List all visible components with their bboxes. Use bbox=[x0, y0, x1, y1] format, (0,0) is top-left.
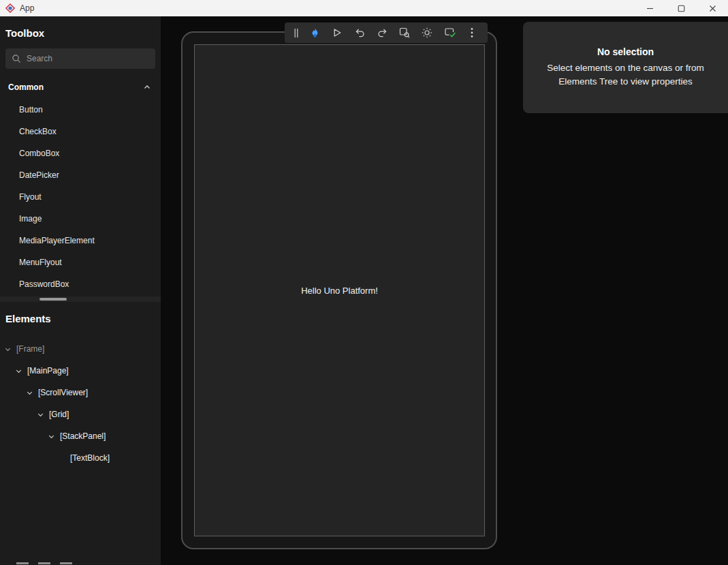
toolbox-item-image[interactable]: Image bbox=[0, 208, 161, 230]
minimize-button[interactable] bbox=[634, 0, 665, 16]
tree-node-mainpage[interactable]: [MainPage] bbox=[0, 360, 161, 382]
tree-node-label: [Grid] bbox=[49, 410, 69, 419]
chevron-down-icon[interactable] bbox=[37, 411, 44, 418]
device-screen[interactable]: Hello Uno Platform! bbox=[194, 44, 485, 536]
left-sidebar: Toolbox Common Button CheckBox ComboBox … bbox=[0, 16, 161, 565]
canvas-textblock[interactable]: Hello Uno Platform! bbox=[301, 286, 378, 296]
tree-node-label: [Frame] bbox=[16, 344, 44, 354]
tree-node-scrollviewer[interactable]: [ScrollViewer] bbox=[0, 382, 161, 403]
window-title: App bbox=[20, 3, 34, 13]
toolbox-item-mediaplayerelement[interactable]: MediaPlayerElement bbox=[0, 230, 161, 251]
more-options-icon[interactable] bbox=[464, 24, 480, 42]
chevron-down-icon[interactable] bbox=[4, 346, 12, 353]
toolbox-scrollbar-thumb[interactable] bbox=[39, 298, 67, 301]
chevron-down-icon[interactable] bbox=[26, 389, 33, 397]
chevron-down-icon[interactable] bbox=[48, 433, 55, 440]
properties-no-selection-message: Select elements on the canvas or from El… bbox=[534, 61, 717, 89]
search-icon bbox=[12, 54, 21, 63]
toolbox-item-datepicker[interactable]: DatePicker bbox=[0, 164, 161, 186]
toolbox-item-combobox[interactable]: ComboBox bbox=[0, 142, 161, 164]
chevron-up-icon bbox=[143, 83, 151, 91]
validation-checklist-icon[interactable] bbox=[441, 24, 458, 42]
tree-node-label: [StackPanel] bbox=[60, 431, 106, 441]
toolbox-item-list: Button CheckBox ComboBox DatePicker Flyo… bbox=[0, 99, 161, 295]
elements-title: Elements bbox=[0, 302, 161, 329]
toolbox-item-menuflyout[interactable]: MenuFlyout bbox=[0, 251, 161, 273]
toolbox-item-button[interactable]: Button bbox=[0, 99, 161, 121]
properties-panel: No selection Select elements on the canv… bbox=[523, 22, 728, 113]
tree-node-frame[interactable]: [Frame] bbox=[0, 338, 161, 360]
elements-tree: [Frame] [MainPage] [ScrollViewer] [Grid]… bbox=[0, 338, 161, 469]
toolbox-scrollbar bbox=[0, 296, 161, 302]
properties-no-selection-title: No selection bbox=[597, 46, 654, 57]
section-label: Common bbox=[8, 82, 44, 92]
window-controls bbox=[634, 0, 728, 16]
undo-icon[interactable] bbox=[351, 24, 368, 42]
toolbox-section-common[interactable]: Common bbox=[0, 74, 161, 99]
clipped-content bbox=[16, 562, 72, 564]
tree-node-textblock[interactable]: [TextBlock] bbox=[0, 447, 161, 469]
search-input[interactable] bbox=[27, 54, 149, 63]
tree-node-label: [TextBlock] bbox=[70, 453, 110, 463]
tree-node-grid[interactable]: [Grid] bbox=[0, 403, 161, 425]
theme-toggle-sun-icon[interactable] bbox=[419, 24, 435, 42]
toolbox-item-passwordbox[interactable]: PasswordBox bbox=[0, 273, 161, 295]
element-inspector-icon[interactable] bbox=[396, 24, 413, 42]
close-button[interactable] bbox=[697, 0, 728, 16]
redo-icon[interactable] bbox=[374, 24, 390, 42]
tree-node-stackpanel[interactable]: [StackPanel] bbox=[0, 425, 161, 447]
titlebar: App bbox=[0, 0, 728, 16]
design-toolbar bbox=[285, 22, 488, 43]
device-frame: Hello Uno Platform! bbox=[181, 31, 497, 549]
app-logo-icon bbox=[5, 3, 15, 13]
toolbox-item-checkbox[interactable]: CheckBox bbox=[0, 121, 161, 142]
tree-node-label: [ScrollViewer] bbox=[38, 388, 88, 397]
hot-reload-flame-icon[interactable] bbox=[306, 24, 323, 42]
chevron-down-icon[interactable] bbox=[15, 367, 22, 375]
design-canvas[interactable]: Hello Uno Platform! No selection Select … bbox=[161, 16, 728, 565]
toolbox-item-flyout[interactable]: Flyout bbox=[0, 186, 161, 208]
play-icon[interactable] bbox=[329, 24, 345, 42]
toolbox-title: Toolbox bbox=[0, 16, 161, 43]
tree-node-label: [MainPage] bbox=[27, 366, 69, 376]
toolbox-search[interactable] bbox=[5, 48, 155, 69]
toolbar-drag-handle[interactable] bbox=[292, 24, 300, 42]
maximize-button[interactable] bbox=[665, 0, 697, 16]
